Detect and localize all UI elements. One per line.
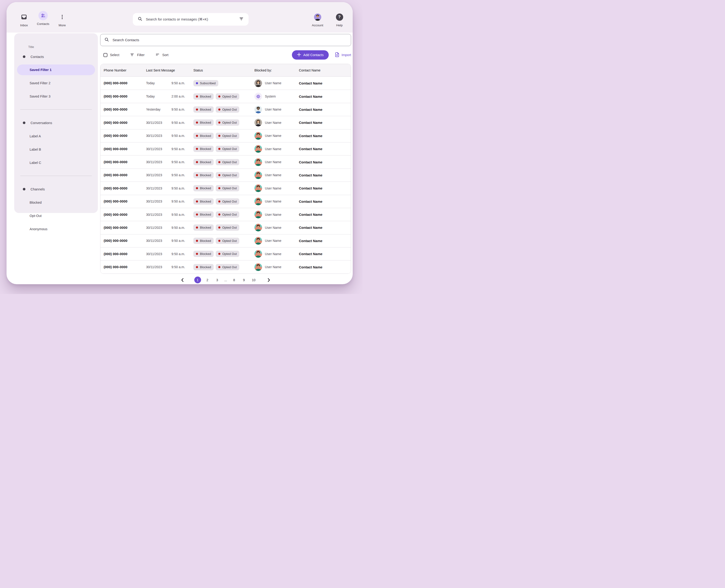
- status-badge-opted-out: Opted Out: [216, 238, 239, 244]
- status-badge-opted-out: Opted Out: [216, 251, 239, 257]
- phone-cell: (000) 000-0000: [100, 265, 146, 269]
- status-dot-icon: [196, 161, 198, 163]
- filter-button[interactable]: Filter: [130, 52, 144, 58]
- table-row[interactable]: (000) 000-000030/11/20239:50 a.m.Blocked…: [100, 155, 351, 168]
- nav-more[interactable]: More: [54, 2, 71, 33]
- table-row[interactable]: (000) 000-000030/11/20239:50 a.m.Blocked…: [100, 116, 351, 129]
- status-badge-opted-out: Opted Out: [216, 264, 239, 270]
- user-avatar: [255, 211, 262, 218]
- table-row[interactable]: (000) 000-000030/11/20239:50 a.m.Blocked…: [100, 247, 351, 260]
- table-row[interactable]: (000) 000-000030/11/20239:50 a.m.Blocked…: [100, 208, 351, 221]
- status-dot-icon: [218, 148, 220, 150]
- table-row[interactable]: (000) 000-000030/11/20239:50 a.m.Blocked…: [100, 221, 351, 234]
- page-button-8[interactable]: 8: [230, 276, 237, 283]
- toolbar-right: Add Contacts Import: [292, 50, 351, 60]
- sidebar-divider: [20, 176, 92, 176]
- status-badge-label: Opted Out: [222, 226, 237, 229]
- nav-inbox-label: Inbox: [20, 23, 28, 27]
- phone-cell: (000) 000-0000: [100, 213, 146, 216]
- status-dot-icon: [218, 240, 220, 242]
- bullet-icon: [23, 122, 25, 124]
- nav-account[interactable]: Account: [309, 2, 326, 33]
- table-row[interactable]: (000) 000-0000Yesterday9:50 a.m.BlockedO…: [100, 103, 351, 116]
- status-dot-icon: [196, 174, 198, 176]
- status-badge-label: Opted Out: [222, 147, 237, 151]
- sidebar-item-label: Blocked: [29, 201, 42, 204]
- next-page-button[interactable]: [265, 276, 273, 284]
- global-search-input[interactable]: Search for contacts or messages (⌘+K): [133, 13, 248, 26]
- status-badge-blocked: Blocked: [193, 146, 214, 152]
- table-row[interactable]: (000) 000-000030/11/20239:50 a.m.Blocked…: [100, 182, 351, 195]
- table-row[interactable]: (000) 000-000030/11/20239:50 a.m.Blocked…: [100, 260, 351, 273]
- column-contact-name: Contact Name: [299, 68, 351, 72]
- page-button-9[interactable]: 9: [240, 276, 247, 283]
- page-button-2[interactable]: 2: [204, 276, 211, 283]
- table-row[interactable]: (000) 000-000030/11/20239:50 a.m.Blocked…: [100, 129, 351, 142]
- sidebar-section-conversations[interactable]: Conversations: [14, 116, 98, 129]
- blocked-by-cell: User Name: [255, 119, 299, 126]
- filter-lines-icon[interactable]: [239, 16, 244, 22]
- last-sent-date-cell: 30/11/2023: [146, 147, 172, 151]
- status-dot-icon: [218, 213, 220, 215]
- user-avatar: [255, 132, 262, 140]
- table-row[interactable]: (000) 000-000030/11/20239:50 a.m.Blocked…: [100, 195, 351, 208]
- sidebar-section-label: Conversations: [31, 121, 52, 125]
- page-button-3[interactable]: 3: [214, 276, 221, 283]
- blocked-by-cell: User Name: [255, 79, 299, 87]
- status-cell: BlockedOpted Out: [193, 146, 255, 152]
- main-content: Search Contacts Select Filter: [100, 32, 351, 285]
- phone-cell: (000) 000-0000: [100, 147, 146, 151]
- sidebar-title: Title: [14, 33, 98, 50]
- pagination-pages: 123...8910: [194, 276, 257, 283]
- nav-inbox[interactable]: Inbox: [16, 2, 32, 33]
- contacts-search-input[interactable]: Search Contacts: [100, 34, 351, 46]
- import-button[interactable]: Import: [335, 52, 351, 58]
- sidebar-section-channels[interactable]: Channels: [14, 183, 98, 196]
- sidebar-item-label-a[interactable]: Label A: [14, 129, 98, 143]
- status-dot-icon: [218, 108, 220, 110]
- last-sent-time-cell: 9:50 a.m.: [172, 186, 193, 190]
- status-badge-opted-out: Opted Out: [216, 185, 239, 191]
- sidebar-item-saved-filter-3[interactable]: Saved Filter 3: [14, 90, 98, 103]
- status-cell: BlockedOpted Out: [193, 159, 255, 165]
- page-button-10[interactable]: 10: [250, 276, 257, 283]
- sidebar-item-anonymous[interactable]: Anonymous: [14, 222, 98, 235]
- sidebar-item-saved-filter-2[interactable]: Saved Filter 2: [14, 76, 98, 90]
- bullet-icon: [23, 56, 25, 58]
- sort-button[interactable]: Sort: [155, 52, 169, 58]
- sidebar-item-blocked[interactable]: Blocked: [14, 196, 98, 209]
- status-badge-blocked: Blocked: [193, 185, 214, 191]
- column-last-sent-message: Last Sent Message: [146, 68, 193, 72]
- previous-page-button[interactable]: [179, 276, 186, 284]
- table-row[interactable]: (000) 000-000030/11/20239:50 a.m.Blocked…: [100, 169, 351, 182]
- sidebar-item-opt-out[interactable]: Opt-Out: [14, 209, 98, 222]
- sidebar-item-label-c[interactable]: Label C: [14, 156, 98, 169]
- phone-cell: (000) 000-0000: [100, 186, 146, 190]
- blocked-by-name: User Name: [265, 134, 281, 138]
- sidebar-section-contacts[interactable]: Contacts: [14, 50, 98, 63]
- blocked-by-cell: User Name: [255, 184, 299, 192]
- nav-contacts[interactable]: Contacts: [35, 2, 51, 33]
- contact-name-cell: Contact Name: [299, 108, 351, 111]
- add-contacts-button[interactable]: Add Contacts: [292, 50, 329, 60]
- sidebar-item-label: Opt-Out: [29, 214, 42, 218]
- blocked-by-cell: User Name: [255, 211, 299, 218]
- last-sent-time-cell: 9:50 a.m.: [172, 81, 193, 85]
- table-row[interactable]: (000) 000-0000Today2:00 a.m.BlockedOpted…: [100, 90, 351, 103]
- page-button-1[interactable]: 1: [194, 276, 201, 283]
- table-row[interactable]: (000) 000-0000Today9:50 a.m.SubscribedUs…: [100, 77, 351, 90]
- more-dots-icon: [59, 12, 65, 22]
- status-badge-label: Blocked: [200, 108, 211, 111]
- user-avatar: [255, 224, 262, 231]
- last-sent-date-cell: 30/11/2023: [146, 213, 172, 216]
- status-dot-icon: [218, 122, 220, 124]
- nav-help[interactable]: ? Help: [331, 2, 348, 33]
- blocked-by-cell: User Name: [255, 224, 299, 231]
- sidebar-item-saved-filter-1[interactable]: Saved Filter 1: [17, 64, 95, 75]
- select-button[interactable]: Select: [103, 53, 119, 57]
- table-row[interactable]: (000) 000-000030/11/20239:50 a.m.Blocked…: [100, 142, 351, 155]
- user-avatar: [255, 171, 262, 179]
- table-row[interactable]: (000) 000-000030/11/20239:50 a.m.Blocked…: [100, 234, 351, 247]
- status-dot-icon: [196, 266, 198, 268]
- sidebar-item-label-b[interactable]: Label B: [14, 143, 98, 156]
